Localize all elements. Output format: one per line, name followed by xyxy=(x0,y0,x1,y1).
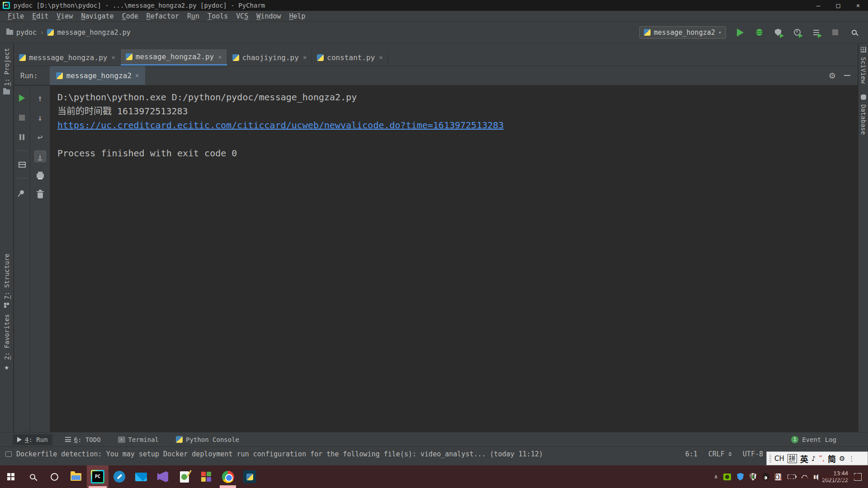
file-encoding[interactable]: UTF-8 xyxy=(743,450,763,458)
rerun-button[interactable] xyxy=(16,92,28,104)
menu-refactor[interactable]: Refactor xyxy=(142,12,183,20)
ime-sound-icon[interactable]: ♪ xyxy=(811,455,816,463)
close-icon[interactable]: × xyxy=(218,53,222,61)
sidebar-item-sciview[interactable]: SciView xyxy=(860,57,867,84)
debug-button[interactable] xyxy=(754,28,764,38)
menu-tools[interactable]: Tools xyxy=(203,12,232,20)
tab-constant[interactable]: constant.py × xyxy=(312,49,388,66)
play-icon xyxy=(818,33,822,38)
python-file-icon xyxy=(317,54,324,61)
close-icon[interactable]: × xyxy=(303,54,307,61)
status-message[interactable]: Dockerfile detection: You may setup Dock… xyxy=(16,450,543,458)
menu-view[interactable]: View xyxy=(52,12,77,20)
folder-icon xyxy=(6,30,13,35)
run-button[interactable] xyxy=(735,28,745,38)
settings-tool-button[interactable] xyxy=(108,465,130,488)
close-button[interactable]: × xyxy=(848,0,868,11)
four-squares-icon xyxy=(201,472,211,482)
stop-button[interactable] xyxy=(16,112,28,123)
wrap-icon: ↩ xyxy=(38,133,42,141)
scroll-to-end-button[interactable]: ↓ xyxy=(34,150,46,162)
mail-button[interactable] xyxy=(130,465,152,488)
menu-run[interactable]: Run xyxy=(183,12,203,20)
breadcrumb-project[interactable]: pydoc xyxy=(16,28,37,37)
search-icon xyxy=(30,474,35,479)
tab-message-hongza2[interactable]: message_hongza2.py × xyxy=(121,49,227,66)
console-hyperlink[interactable]: https://uc.creditcard.ecitic.com/citicca… xyxy=(57,118,858,132)
hide-panel-icon[interactable] xyxy=(844,75,850,76)
close-icon[interactable]: × xyxy=(379,54,382,61)
run-with-coverage-button[interactable] xyxy=(773,28,783,38)
profile-button[interactable] xyxy=(792,28,802,38)
tab-messsage-hongza[interactable]: messsage_hongza.py × xyxy=(14,49,121,66)
notes-app-button[interactable] xyxy=(174,465,195,488)
terminal-icon: › xyxy=(118,436,125,443)
toolwindow-run[interactable]: 4: Run xyxy=(13,434,52,445)
concurrency-diagram-button[interactable] xyxy=(811,28,821,38)
line-separator[interactable]: CRLF xyxy=(708,450,725,458)
sidebar-item-structure[interactable]: 7: Structure xyxy=(3,253,10,299)
close-icon[interactable]: × xyxy=(135,72,139,79)
sidebar-item-favorites[interactable]: 2: Favorites xyxy=(3,314,10,360)
cortana-button[interactable] xyxy=(43,465,65,488)
office-app-button[interactable] xyxy=(195,465,217,488)
start-button[interactable] xyxy=(0,465,22,488)
console-timestamp-line: 当前的时间戳 1613972513283 xyxy=(57,104,858,118)
drag-handle[interactable] xyxy=(769,455,771,463)
ime-punctuation-toggle[interactable]: ”, xyxy=(819,455,825,463)
notification-icon xyxy=(5,451,12,457)
visual-studio-button[interactable] xyxy=(152,465,174,488)
taskbar-search-button[interactable] xyxy=(22,465,43,488)
soft-wrap-button[interactable]: ↩ xyxy=(34,131,46,143)
caret-position[interactable]: 6:1 xyxy=(685,450,698,458)
run-configuration-select[interactable]: message_hongza2 ▾ xyxy=(639,26,726,39)
gear-icon[interactable]: ⚙ xyxy=(829,71,836,80)
close-icon[interactable]: × xyxy=(111,54,115,61)
sidebar-item-project[interactable]: 1: Project xyxy=(3,48,10,86)
menu-code[interactable]: Code xyxy=(118,12,142,20)
pycharm-icon: PC xyxy=(91,470,104,483)
breadcrumb-file[interactable]: message_hongza2.py xyxy=(57,28,131,37)
ime-simplified-toggle[interactable]: 简 xyxy=(828,453,836,465)
ime-settings-gear-icon[interactable]: ⚙ xyxy=(839,455,845,463)
python-console-taskbar-button[interactable] xyxy=(239,465,260,488)
toolwindow-run-label: 4: Run xyxy=(25,436,48,443)
tab-chaojiying[interactable]: chaojiying.py × xyxy=(227,49,312,66)
pin-tab-button[interactable] xyxy=(16,186,28,198)
file-explorer-button[interactable] xyxy=(65,465,87,488)
toolwindow-terminal[interactable]: › Terminal xyxy=(113,434,163,445)
menu-window[interactable]: Window xyxy=(252,12,285,20)
chrome-button[interactable] xyxy=(217,465,239,488)
event-log-label: Event Log xyxy=(802,436,836,443)
toolwindow-todo[interactable]: 6: TODO xyxy=(61,434,105,445)
maximize-button[interactable]: □ xyxy=(828,0,848,11)
title-bar: PC pydoc [D:\python\pydoc] - ...\message… xyxy=(0,0,868,11)
toolwindow-python-console[interactable]: Python Console xyxy=(171,434,244,445)
ime-pinyin-mode[interactable]: 拼 xyxy=(788,454,797,463)
ime-more-icon[interactable]: ⋮ xyxy=(848,455,855,463)
pause-output-button[interactable] xyxy=(16,131,28,143)
restore-layout-button[interactable] xyxy=(16,159,28,170)
stop-button[interactable] xyxy=(830,28,840,38)
menu-bar: File Edit View Navigate Code Refactor Ru… xyxy=(0,11,868,22)
menu-vcs[interactable]: VCS xyxy=(232,12,252,20)
clear-all-button[interactable] xyxy=(34,189,46,201)
pycharm-taskbar-button[interactable]: PC xyxy=(87,465,108,488)
screen: PC pydoc [D:\python\pydoc] - ...\message… xyxy=(0,0,868,488)
menu-edit[interactable]: Edit xyxy=(28,12,52,20)
event-log-button[interactable]: 1 Event Log xyxy=(791,436,868,443)
print-button[interactable] xyxy=(34,170,46,182)
todo-list-icon xyxy=(65,437,71,442)
menu-navigate[interactable]: Navigate xyxy=(77,12,118,20)
menu-file[interactable]: File xyxy=(4,12,28,20)
menu-help[interactable]: Help xyxy=(285,12,310,20)
down-stack-trace-button[interactable]: ↓ xyxy=(34,112,46,123)
ime-language-indicator[interactable]: CH xyxy=(774,455,784,463)
up-stack-trace-button[interactable]: ↑ xyxy=(34,92,46,104)
python-file-icon xyxy=(56,72,63,79)
search-everywhere-button[interactable] xyxy=(849,28,859,38)
run-panel-tab[interactable]: message_hongza2 × xyxy=(50,66,146,85)
ime-english-toggle[interactable]: 英 xyxy=(800,453,808,465)
sidebar-item-database[interactable]: Database xyxy=(860,104,867,135)
minimize-button[interactable]: — xyxy=(808,0,828,11)
